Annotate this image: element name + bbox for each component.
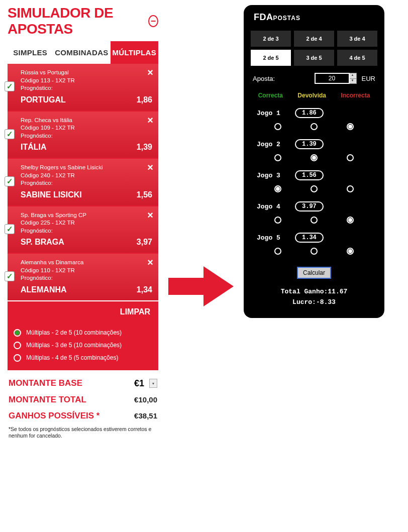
total-gain-text: Total Ganho:11.67 xyxy=(251,288,377,295)
collapse-icon[interactable]: − xyxy=(148,15,158,27)
calculate-button[interactable]: Calcular xyxy=(297,267,331,279)
footnote-text: *Se todos os prognósticos selecionados e… xyxy=(9,426,157,440)
bet-odds: 1,34 xyxy=(137,285,152,294)
game-radio[interactable] xyxy=(311,123,318,130)
game-radio[interactable] xyxy=(274,123,281,130)
game-radio[interactable] xyxy=(311,185,318,192)
game-radio[interactable] xyxy=(347,248,354,255)
bet-card: ×Rep. Checa vs ItáliaCódigo 109 - 1X2 TR… xyxy=(8,112,158,158)
base-amount-label: MONTANTE BASE xyxy=(9,378,82,388)
radio-icon[interactable] xyxy=(14,342,21,349)
game-radio[interactable] xyxy=(347,185,354,192)
legend-correct: Correcta xyxy=(258,92,283,99)
legend-incorrect: Incorrecta xyxy=(341,92,370,99)
close-icon[interactable]: × xyxy=(147,209,153,221)
game-block: Jogo 11.86 xyxy=(251,106,377,132)
bet-card: ×Alemanha vs DinamarcaCódigo 110 - 1X2 T… xyxy=(8,254,158,300)
spinner-icon[interactable]: ▾ xyxy=(149,379,157,388)
game-block: Jogo 51.34 xyxy=(251,231,377,257)
game-odd: 1.56 xyxy=(295,170,324,180)
legend-returned: Devolvida xyxy=(297,92,326,99)
combinations-list: Múltiplas - 2 de 5 (10 combinações)Múlti… xyxy=(8,323,158,370)
close-icon[interactable]: × xyxy=(147,115,153,126)
close-icon[interactable]: × xyxy=(147,257,153,268)
game-odd: 3.97 xyxy=(295,201,324,211)
bet-checkbox[interactable] xyxy=(5,176,15,186)
bet-checkbox[interactable] xyxy=(5,271,15,281)
bet-checkbox[interactable] xyxy=(5,81,15,91)
tab-combinadas[interactable]: COMBINADAS xyxy=(53,41,110,64)
games-list: Jogo 11.86Jogo 21.39Jogo 31.56Jogo 43.97… xyxy=(251,106,377,257)
mode-buttons: 2 de 32 de 43 de 42 de 53 de 54 de 5 xyxy=(251,31,377,66)
svg-marker-0 xyxy=(168,266,234,306)
game-name: Jogo 5 xyxy=(257,234,286,242)
game-name: Jogo 3 xyxy=(257,172,286,179)
game-radio[interactable] xyxy=(347,154,354,161)
bet-odds: 1,86 xyxy=(137,95,152,104)
profit-text: Lucro:-8.33 xyxy=(251,298,377,306)
currency-label: EUR xyxy=(362,75,375,82)
stake-input[interactable]: 20 xyxy=(315,73,350,84)
bet-meta: Shelby Rogers vs Sabine LisickiCódigo 24… xyxy=(21,164,152,187)
bet-card: ×Sp. Braga vs Sporting CPCódigo 225 - 1X… xyxy=(8,206,158,253)
combination-label: Múltiplas - 3 de 5 (10 combinações) xyxy=(26,342,122,349)
possible-gains-value: €38,51 xyxy=(134,411,157,420)
bet-simulator-panel: SIMULADOR DE APOSTAS − SIMPLES COMBINADA… xyxy=(8,3,158,440)
bet-meta: Sp. Braga vs Sporting CPCódigo 225 - 1X2… xyxy=(21,211,152,235)
brand-logo: FDAPOSTAS xyxy=(254,12,377,23)
bet-odds: 1,56 xyxy=(137,190,152,199)
mode-button[interactable]: 2 de 5 xyxy=(251,50,291,66)
game-block: Jogo 21.39 xyxy=(251,137,377,163)
radio-icon[interactable] xyxy=(14,354,21,362)
close-icon[interactable]: × xyxy=(147,67,153,78)
mode-button[interactable]: 2 de 4 xyxy=(294,31,334,47)
game-odd: 1.39 xyxy=(295,139,324,149)
game-radio[interactable] xyxy=(347,123,354,130)
page-title: SIMULADOR DE APOSTAS xyxy=(8,5,148,37)
tab-simples[interactable]: SIMPLES xyxy=(8,41,53,64)
game-radio[interactable] xyxy=(347,217,354,224)
bet-odds: 1,39 xyxy=(137,143,152,152)
bet-pick: SABINE LISICKI xyxy=(21,190,82,199)
game-odd: 1.34 xyxy=(295,233,324,243)
radio-icon[interactable] xyxy=(14,329,21,337)
combination-option[interactable]: Múltiplas - 3 de 5 (10 combinações) xyxy=(14,339,152,352)
game-radio[interactable] xyxy=(311,217,318,224)
combination-label: Múltiplas - 2 de 5 (10 combinações) xyxy=(26,329,122,336)
game-radio[interactable] xyxy=(311,154,318,161)
combination-option[interactable]: Múltiplas - 2 de 5 (10 combinações) xyxy=(14,327,152,339)
game-radio[interactable] xyxy=(274,217,281,224)
bet-checkbox[interactable] xyxy=(5,129,15,139)
close-icon[interactable]: × xyxy=(147,162,153,173)
game-block: Jogo 31.56 xyxy=(251,168,377,194)
tab-multiplas[interactable]: MÚLTIPLAS xyxy=(111,41,158,64)
game-odd: 1.86 xyxy=(295,108,324,118)
game-name: Jogo 1 xyxy=(257,110,286,117)
clear-button[interactable]: LIMPAR xyxy=(120,307,150,316)
game-block: Jogo 43.97 xyxy=(251,199,377,226)
bet-card: ×Rússia vs PortugalCódigo 113 - 1X2 TRPr… xyxy=(8,64,158,111)
tab-bar: SIMPLES COMBINADAS MÚLTIPLAS xyxy=(8,41,158,64)
stake-label: Aposta: xyxy=(253,75,275,82)
game-radio[interactable] xyxy=(311,248,318,255)
mode-button[interactable]: 4 de 5 xyxy=(337,50,377,66)
possible-gains-label: GANHOS POSSÍVEIS * xyxy=(9,411,99,421)
arrow-icon xyxy=(168,264,234,309)
bets-list: ×Rússia vs PortugalCódigo 113 - 1X2 TRPr… xyxy=(8,64,158,300)
bet-pick: ITÁLIA xyxy=(21,143,47,152)
bet-meta: Alemanha vs DinamarcaCódigo 110 - 1X2 TR… xyxy=(21,259,152,282)
total-amount-label: MONTANTE TOTAL xyxy=(9,395,86,405)
game-radio[interactable] xyxy=(274,154,281,161)
mode-button[interactable]: 3 de 5 xyxy=(294,50,334,66)
bet-meta: Rússia vs PortugalCódigo 113 - 1X2 TRPro… xyxy=(21,69,152,92)
stake-spinner-icon[interactable]: ▲▼ xyxy=(349,73,357,84)
bet-checkbox[interactable] xyxy=(5,224,15,234)
game-name: Jogo 4 xyxy=(257,203,286,210)
mode-button[interactable]: 3 de 4 xyxy=(337,31,377,47)
combination-option[interactable]: Múltiplas - 4 de 5 (5 combinações) xyxy=(14,352,152,364)
game-radio[interactable] xyxy=(274,248,281,255)
game-radio[interactable] xyxy=(274,185,281,192)
mode-button[interactable]: 2 de 3 xyxy=(251,31,291,47)
base-amount-value: €1 xyxy=(134,378,144,389)
bet-odds: 3,97 xyxy=(137,238,152,247)
